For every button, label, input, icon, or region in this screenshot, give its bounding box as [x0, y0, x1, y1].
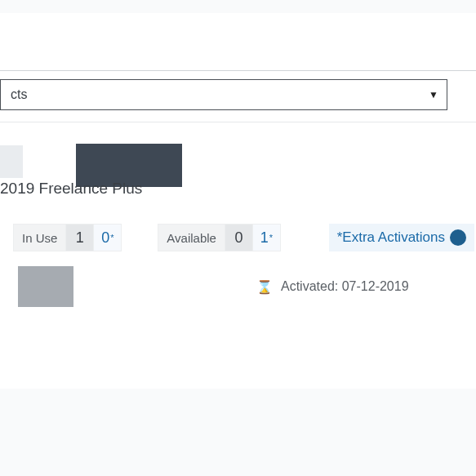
- available-count: 0: [225, 225, 252, 251]
- chevron-down-icon: ▼: [429, 89, 438, 100]
- extra-activations-label: *Extra Activations: [337, 229, 445, 246]
- dropdown-selected-text: cts: [11, 87, 27, 102]
- product-card: 2019 Freelance Plus In Use 1 0* Availabl…: [0, 122, 476, 307]
- activated-date: 07-12-2019: [342, 279, 409, 293]
- in-use-count: 1: [65, 225, 93, 251]
- product-title: 2019 Freelance Plus: [0, 180, 142, 198]
- product-filter-row: cts ▼: [0, 71, 476, 122]
- extra-activations-info[interactable]: *Extra Activations: [329, 224, 474, 251]
- available-extra: 1*: [252, 225, 280, 251]
- activation-status: ⌛ Activated: 07-12-2019: [256, 279, 409, 295]
- available-stat: Available 0 1*: [158, 224, 281, 251]
- product-logo-placeholder: [0, 145, 23, 178]
- in-use-extra: 0*: [93, 225, 121, 251]
- hourglass-icon: ⌛: [256, 279, 273, 295]
- info-icon: [450, 229, 466, 246]
- in-use-label: In Use: [14, 225, 65, 251]
- available-label: Available: [158, 225, 225, 251]
- product-filter-dropdown[interactable]: cts ▼: [0, 79, 447, 110]
- device-thumbnail[interactable]: [18, 266, 73, 307]
- in-use-stat: In Use 1 0*: [13, 224, 122, 251]
- activated-label: Activated:: [281, 279, 338, 293]
